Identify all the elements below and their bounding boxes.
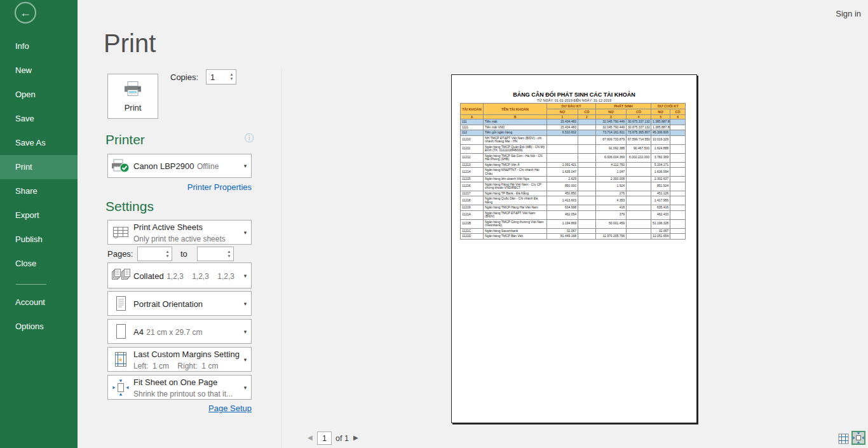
- margins-sub: Left: 1 cm Right: 1 cm: [133, 362, 218, 370]
- letter-header: B: [484, 115, 547, 119]
- account-row-11216: 11216Ngân hàng Hàng Hải Việt Nam - Cty C…: [461, 182, 686, 191]
- chevron-down-icon: ▾: [240, 356, 251, 363]
- sub-header: NỢ: [596, 109, 627, 115]
- account-row-1111: 1111Tiền mặt VND15.434.48332.045.790.449…: [461, 125, 686, 130]
- show-margins-button[interactable]: [838, 433, 849, 444]
- sidebar-item-info[interactable]: Info: [0, 34, 78, 58]
- print-button-label: Print: [125, 103, 142, 112]
- sidebar-item-share[interactable]: Share: [0, 179, 78, 203]
- paper-size-selector[interactable]: A4 21 cm x 29.7 cm ▾: [107, 319, 252, 344]
- spin-down-icon[interactable]: ▼: [166, 254, 170, 259]
- printer-properties-link[interactable]: Printer Properties: [107, 182, 252, 192]
- collated-icon: [108, 268, 133, 283]
- fit-sheet-icon: [108, 379, 133, 396]
- margins-label: Last Custom Margins Setting: [133, 350, 240, 359]
- copies-input[interactable]: [207, 70, 227, 84]
- print-button[interactable]: Print: [107, 74, 158, 119]
- sheets-icon: [108, 226, 133, 240]
- sidebar-item-close[interactable]: Close: [0, 252, 78, 276]
- sidebar-item-publish[interactable]: Publish: [0, 227, 78, 252]
- sidebar-item-save[interactable]: Save: [0, 107, 78, 131]
- col-header-opening: DƯ ĐẦU KỲ: [547, 104, 596, 109]
- zoom-to-page-button[interactable]: [851, 431, 865, 445]
- collation-sub: 1,2,3 1,2,3 1,2,3: [166, 272, 234, 281]
- printer-status-icon: [108, 159, 133, 173]
- chevron-down-icon: ▾: [240, 273, 251, 279]
- paper-size-sub: 21 cm x 29.7 cm: [146, 328, 202, 337]
- pages-to-input[interactable]: [198, 247, 225, 261]
- sign-in-link[interactable]: Sign in: [836, 9, 861, 18]
- backstage-sidebar-nav-bottom: AccountOptions: [0, 290, 78, 339]
- preview-table: TÀI KHOẢN TÊN TÀI KHOẢN DƯ ĐẦU KỲ PHÁT S…: [460, 103, 686, 240]
- printer-selector[interactable]: Canon LBP2900 Offline ▾: [107, 154, 252, 178]
- spin-up-icon[interactable]: ▲: [227, 250, 231, 254]
- current-page-input[interactable]: [317, 431, 332, 445]
- account-row-11218: 11218Ngân hàng Quốc Dân - Chi nhánh Đà N…: [461, 196, 686, 205]
- back-arrow-icon: ←: [20, 6, 31, 20]
- sidebar-item-new[interactable]: New: [0, 58, 78, 83]
- account-row-1121A: 1121ANgân hàng TMCP ĐT&PT Việt Nam (BIDV…: [461, 210, 686, 219]
- print-preview-page: BẢNG CÂN ĐỐI PHÁT SINH CÁC TÀI KHOẢN TỪ …: [451, 74, 697, 423]
- account-row-11217: 11217Ngân hàng TP Bank - Đà Nẵng450.8502…: [461, 191, 686, 196]
- scaling-label: Fit Sheet on One Page: [133, 377, 217, 387]
- scaling-selector[interactable]: Fit Sheet on One Page Shrink the printou…: [107, 375, 252, 400]
- account-row-11219: 11219Ngân hàng TMCP Hàng Hải Việt Nam634…: [461, 205, 686, 211]
- account-row-11212: 11212Ngân hàng TMCP Sài Gòn - Hà Nội - C…: [461, 153, 686, 162]
- pages-to-stepper[interactable]: ▲ ▼: [197, 247, 234, 261]
- sub-header: CÓ: [627, 109, 651, 115]
- account-row-1121D: 1121DNgân hàng TMCP Bản Việt81.449.16811…: [461, 234, 686, 240]
- spin-up-icon[interactable]: ▲: [166, 250, 170, 254]
- back-button[interactable]: ←: [15, 2, 36, 24]
- sidebar-item-account[interactable]: Account: [0, 290, 78, 315]
- pages-to-label: to: [180, 249, 187, 259]
- chevron-down-icon: ▾: [240, 301, 251, 307]
- pages-from-stepper[interactable]: ▲ ▼: [137, 247, 172, 261]
- print-what-sub: Only print the active sheets: [133, 234, 226, 243]
- sidebar-item-save-as[interactable]: Save As: [0, 131, 78, 155]
- page-count-label: of 1: [336, 434, 349, 443]
- next-page-icon[interactable]: ▶: [353, 434, 358, 441]
- sub-header: NỢ: [651, 109, 670, 115]
- letter-header: 6: [670, 115, 686, 119]
- print-what-label: Print Active Sheets: [133, 222, 203, 232]
- page-title: Print: [104, 29, 156, 58]
- account-row-11213: 11213Ngân hàng TMCP Việt Á1.091.4214.112…: [461, 162, 686, 168]
- margins-selector[interactable]: ★ Last Custom Margins Setting Left: 1 cm…: [107, 347, 252, 372]
- info-icon[interactable]: ⓘ: [245, 133, 254, 144]
- col-header-period: PHÁT SINH: [596, 104, 651, 109]
- collation-selector[interactable]: Collated 1,2,3 1,2,3 1,2,3 ▾: [107, 262, 252, 288]
- printer-heading: Printer: [105, 132, 145, 147]
- spin-down-icon[interactable]: ▼: [227, 254, 231, 259]
- printer-name: Canon LBP2900: [133, 161, 194, 171]
- account-row-112: 112Tiền gửi ngân hàng6.510.60273.714.161…: [461, 130, 686, 136]
- sidebar-item-print[interactable]: Print: [0, 155, 78, 179]
- preview-report-title: BẢNG CÂN ĐỐI PHÁT SINH CÁC TÀI KHOẢN: [452, 92, 696, 98]
- copies-stepper[interactable]: ▲ ▼: [206, 69, 236, 85]
- sidebar-item-options[interactable]: Options: [0, 315, 78, 339]
- sidebar-item-export[interactable]: Export: [0, 203, 78, 227]
- chevron-down-icon: ▾: [240, 329, 251, 335]
- excel-print-backstage: { "chrome": { "sign_in": "Sign in" }, "i…: [0, 0, 868, 448]
- pages-from-input[interactable]: [138, 247, 163, 261]
- print-what-selector[interactable]: Print Active Sheets Only print the activ…: [107, 220, 252, 245]
- printer-status: Offline: [197, 162, 219, 171]
- account-row-11214: 11214Ngân hàng NN&PTNT - Chi nhánh Hải C…: [461, 168, 686, 177]
- backstage-sidebar-nav: InfoNewOpenSaveSave AsPrintShareExportPu…: [0, 34, 78, 276]
- show-margins-icon: [838, 433, 849, 444]
- page-setup-link[interactable]: Page Setup: [107, 404, 252, 413]
- sidebar-item-open[interactable]: Open: [0, 83, 78, 107]
- letter-header: 2: [578, 115, 596, 119]
- orientation-selector[interactable]: Portrait Orientation ▾: [107, 291, 252, 316]
- account-row-11210: 11210NH TMCP ĐT&PT Việt Nam (BIDV) - chi…: [461, 135, 686, 144]
- sub-header: NỢ: [547, 109, 578, 115]
- spin-down-icon[interactable]: ▼: [230, 77, 234, 81]
- paper-size-icon: [108, 323, 133, 340]
- sub-header: CÓ: [670, 109, 686, 115]
- spin-up-icon[interactable]: ▲: [230, 72, 234, 77]
- previous-page-icon[interactable]: ◀: [308, 434, 313, 441]
- svg-text:★: ★: [118, 356, 123, 363]
- letter-header: 1: [547, 115, 578, 119]
- account-row-11215: 11215Ngân hàng liên doanh Việt Nga2.6292…: [461, 177, 686, 182]
- account-row-111: 111Tiền mặt15.434.48332.045.790.44930.67…: [461, 119, 686, 125]
- copies-label: Copies:: [170, 72, 198, 82]
